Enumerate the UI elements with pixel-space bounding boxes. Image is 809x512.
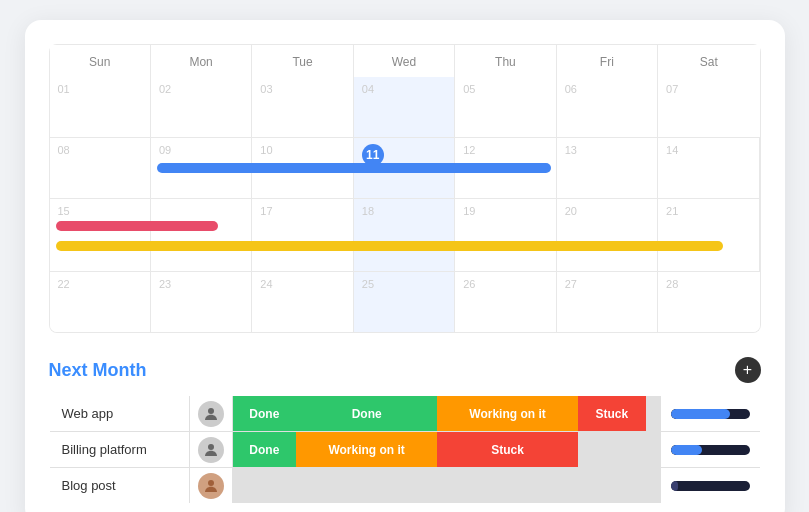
cal-day-21: 21 — [658, 199, 759, 271]
cal-day-26: 26 — [455, 272, 556, 332]
progress-bar-fill — [671, 445, 703, 455]
avatar-cell — [189, 468, 232, 504]
cal-day-23: 23 — [151, 272, 252, 332]
cal-day-25: 25 — [354, 272, 455, 332]
status-empty-1 — [232, 468, 296, 504]
cal-body: 01 02 03 04 05 06 07 08 09 10 11 12 13 1… — [49, 77, 761, 333]
table-row: Web app Done Done Working on it Stuck — [49, 396, 760, 432]
cal-day-09: 09 — [151, 138, 252, 198]
cal-header-tue: Tue — [252, 45, 353, 77]
cal-day-20: 20 — [557, 199, 658, 271]
add-project-button[interactable]: + — [735, 357, 761, 383]
status-empty-4 — [578, 468, 646, 504]
cal-day-18: 18 — [354, 199, 455, 271]
svg-point-2 — [208, 480, 214, 486]
progress-bar-bg — [671, 481, 750, 491]
cal-day-02: 02 — [151, 77, 252, 137]
svg-point-1 — [208, 444, 214, 450]
status-empty-5 — [646, 468, 660, 504]
cal-headers: Sun Mon Tue Wed Thu Fri Sat — [49, 44, 761, 77]
avatar — [198, 437, 224, 463]
project-name: Billing platform — [49, 432, 189, 468]
status-empty-2 — [296, 468, 437, 504]
cal-header-sun: Sun — [50, 45, 151, 77]
cal-day-19: 19 — [455, 199, 556, 271]
cal-day-06: 06 — [557, 77, 658, 137]
status-working-on-it: Working on it — [437, 396, 578, 432]
status-empty — [646, 396, 660, 432]
status-empty-2 — [646, 432, 660, 468]
cal-header-thu: Thu — [455, 45, 556, 77]
section-header: Next Month + — [49, 357, 761, 383]
table-row: Billing platform Done Working on it Stuc… — [49, 432, 760, 468]
cal-week-4: 22 23 24 25 26 27 28 — [50, 271, 760, 332]
cal-header-sat: Sat — [658, 45, 759, 77]
svg-point-0 — [208, 408, 214, 414]
progress-bar-bg — [671, 409, 750, 419]
status-empty-3 — [437, 468, 578, 504]
cal-day-15: 15 — [50, 199, 151, 271]
cal-header-mon: Mon — [151, 45, 252, 77]
progress-bar-fill — [671, 409, 730, 419]
status-working-on-it: Working on it — [296, 432, 437, 468]
avatar — [198, 401, 224, 427]
projects-table: Web app Done Done Working on it Stuck — [49, 395, 761, 504]
cal-day-28: 28 — [658, 272, 759, 332]
avatar-cell — [189, 396, 232, 432]
cal-day-17: 17 — [252, 199, 353, 271]
cal-day-08: 08 — [50, 138, 151, 198]
cal-day-24: 24 — [252, 272, 353, 332]
cal-week-3: 15 17 18 19 20 21 — [50, 198, 760, 271]
status-stuck: Stuck — [578, 396, 646, 432]
table-row: Blog post — [49, 468, 760, 504]
cal-day-04: 04 — [354, 77, 455, 137]
cal-day-10: 10 — [252, 138, 353, 198]
project-name: Web app — [49, 396, 189, 432]
section-title: Next Month — [49, 360, 147, 381]
main-card: Sun Mon Tue Wed Thu Fri Sat 01 02 03 04 … — [25, 20, 785, 512]
cal-day-11: 11 — [354, 138, 455, 198]
cal-day-22: 22 — [50, 272, 151, 332]
status-done-2: Done — [296, 396, 437, 432]
progress-bar-fill — [671, 481, 679, 491]
avatar-cell — [189, 432, 232, 468]
status-empty-1 — [578, 432, 646, 468]
cal-header-fri: Fri — [557, 45, 658, 77]
progress-cell — [660, 396, 760, 432]
progress-cell — [660, 468, 760, 504]
avatar — [198, 473, 224, 499]
status-done: Done — [232, 432, 296, 468]
status-done: Done — [232, 396, 296, 432]
cal-day-12: 12 — [455, 138, 556, 198]
cal-week-2: 08 09 10 11 12 13 14 — [50, 137, 760, 198]
cal-day-14: 14 — [658, 138, 759, 198]
progress-cell — [660, 432, 760, 468]
cal-day-01: 01 — [50, 77, 151, 137]
next-month-section: Next Month + Web app Done Done Working o… — [49, 357, 761, 504]
calendar-section: Sun Mon Tue Wed Thu Fri Sat 01 02 03 04 … — [49, 44, 761, 333]
cal-day-27: 27 — [557, 272, 658, 332]
cal-day-05: 05 — [455, 77, 556, 137]
cal-day-13: 13 — [557, 138, 658, 198]
today-badge: 11 — [362, 144, 384, 166]
cal-day-07: 07 — [658, 77, 759, 137]
cal-day-03: 03 — [252, 77, 353, 137]
project-name: Blog post — [49, 468, 189, 504]
cal-header-wed: Wed — [354, 45, 455, 77]
status-stuck: Stuck — [437, 432, 578, 468]
cal-day-16 — [151, 199, 252, 271]
cal-week-1: 01 02 03 04 05 06 07 — [50, 77, 760, 137]
progress-bar-bg — [671, 445, 750, 455]
